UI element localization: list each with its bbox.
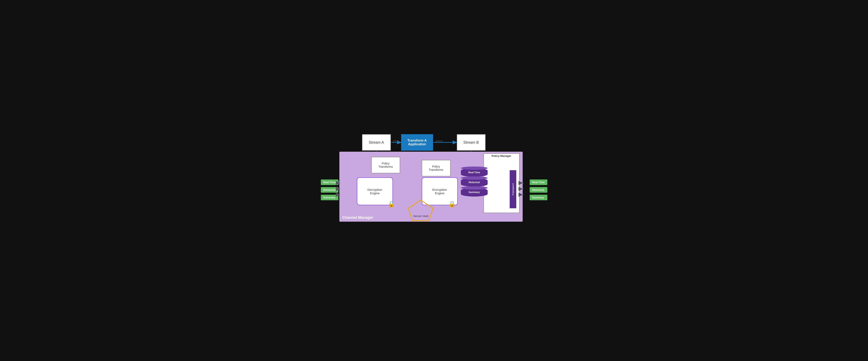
policy-transforms-2-label: PolicyTransforms	[429, 165, 443, 171]
db-summary-label: Summary	[468, 191, 480, 194]
svg-marker-32	[519, 187, 523, 191]
stream-b-label: Stream B	[463, 140, 479, 145]
policy-transforms-1-box: PolicyTransforms	[371, 157, 400, 173]
svg-marker-28	[336, 181, 340, 185]
main-diagram: Channel Manager Policy Manager Transport…	[321, 133, 547, 228]
stream-a-box: Stream A	[362, 134, 391, 151]
svg-marker-27	[408, 200, 433, 221]
db-historical: Historical	[461, 178, 488, 187]
input-label: input	[393, 139, 399, 142]
channel-manager-label: Channel Manager	[342, 216, 373, 220]
decryption-engine-box: DecryptionEngine	[357, 177, 393, 205]
svg-marker-33	[519, 193, 523, 197]
svg-marker-31	[519, 181, 523, 185]
right-chevron-realtime	[519, 181, 523, 185]
right-label-realtime: Real-Time	[530, 179, 547, 185]
secure-vault-label: Secure Vault	[410, 215, 432, 218]
encryption-engine-label: EncryptionEngine	[432, 188, 447, 195]
right-chevron-summary	[519, 193, 523, 197]
db-realtime: Real-Time	[461, 168, 488, 177]
secure-vault-svg	[407, 199, 434, 223]
policy-transforms-2-box: PolicyTransforms	[422, 160, 451, 176]
db-container: Real-Time Historical Summary	[461, 168, 488, 197]
right-chevron-historical	[519, 187, 523, 191]
transform-a-label: Transform AApplication	[407, 139, 427, 146]
db-realtime-label: Real-Time	[468, 171, 480, 174]
right-label-summary: Summary	[530, 195, 547, 200]
decryption-engine-label: DecryptionEngine	[367, 188, 382, 195]
policy-transforms-1-label: PolicyTransforms	[378, 162, 393, 168]
svg-marker-30	[336, 193, 340, 197]
db-summary: Summary	[461, 188, 488, 197]
db-historical-label: Historical	[468, 181, 480, 184]
decryption-lock-icon: 🔒	[388, 201, 395, 207]
right-label-historical: Historical	[530, 187, 547, 193]
stream-b-box: Stream B	[457, 134, 486, 151]
stream-a-label: Stream A	[369, 140, 384, 145]
left-chevron-historical	[336, 187, 340, 191]
transform-a-box: Transform AApplication	[401, 134, 433, 151]
transport-bar: Transport	[510, 170, 516, 208]
right-labels-container: Real-Time Historical Summary	[530, 179, 547, 200]
svg-marker-29	[336, 187, 340, 191]
transport-label: Transport	[512, 183, 514, 196]
left-chevron-summary	[336, 193, 340, 197]
left-chevron-realtime	[336, 181, 340, 185]
secure-vault-text: Secure Vault	[413, 215, 428, 218]
encryption-lock-icon: 🔒	[448, 201, 456, 207]
policy-manager-label: Policy Manager	[486, 154, 518, 158]
output-label: output	[435, 139, 443, 142]
